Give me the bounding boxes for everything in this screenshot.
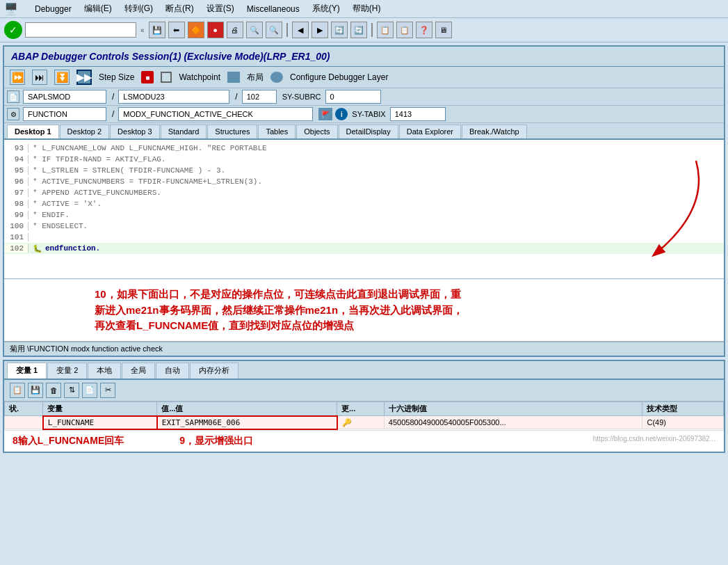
configure-label[interactable]: Configure Debugger Layer	[290, 72, 388, 82]
col-more: 更...	[337, 401, 385, 416]
tab-standard[interactable]: Standard	[161, 125, 207, 138]
info-field-funcname[interactable]: MODX_FUNCTION_ACTIVE_CHECK	[118, 107, 313, 121]
bottom-tab-memory[interactable]: 内存分析	[190, 363, 238, 379]
col-type: 技术类型	[642, 401, 724, 416]
stop-btn[interactable]: ●	[207, 22, 224, 38]
find2-btn[interactable]: 🔍	[266, 22, 282, 38]
code-line-98: 98 * ACTIVE = 'X'.	[4, 198, 724, 209]
step-btn-1[interactable]: ⏩	[10, 70, 25, 85]
tab-breakwatch[interactable]: Break./Watchp	[462, 125, 527, 138]
green-check-btn[interactable]: ✓	[4, 21, 22, 39]
cell-more[interactable]: 🔑	[337, 416, 385, 429]
watermark-text: https://blog.csdn.net/weixin-20697382...	[593, 435, 715, 447]
tab-tables[interactable]: Tables	[258, 125, 296, 138]
info-field-program[interactable]: SAPLSMOD	[23, 90, 106, 104]
back-btn[interactable]: ⬅	[168, 22, 185, 38]
col-hex: 十六进制值	[384, 401, 642, 416]
code-line-101: 101	[4, 232, 724, 243]
line-content-98: * ACTIVE = 'X'.	[33, 200, 102, 208]
info-field-module[interactable]: LSMODU23	[118, 90, 229, 104]
menubar: 🖥️ Debugger 编辑(E) 转到(G) 断点(R) 设置(S) Misc…	[0, 0, 728, 18]
table-row: L_FUNCNAME EXIT_SAPMM06E_006 🔑 450058004…	[5, 416, 724, 429]
info-value-subrc[interactable]: 0	[325, 90, 381, 104]
menu-help[interactable]: 帮助(H)	[353, 3, 381, 15]
tab-detail[interactable]: DetailDisplay	[339, 125, 398, 138]
tab-structures[interactable]: Structures	[207, 125, 257, 138]
bottom-tab-global[interactable]: 全局	[122, 363, 155, 379]
line-num-98: 98	[4, 200, 29, 208]
bottom-tab-local[interactable]: 本地	[88, 363, 121, 379]
info-label-tabix: SY-TABIX	[349, 110, 388, 118]
tabs-bar: Desktop 1 Desktop 2 Desktop 3 Standard S…	[4, 123, 724, 140]
annotation-area: 10，如果下面出口，不是对应的操作点位，可连续点击此直到退出调试界面，重 新进入…	[4, 279, 724, 342]
menu-edit[interactable]: 编辑(E)	[84, 3, 112, 15]
step-btn-active[interactable]: ▶▶	[76, 70, 92, 85]
line-num-95: 95	[4, 166, 29, 175]
print-btn[interactable]: 🖨	[227, 22, 243, 38]
info-row-1: 📄 SAPLSMOD / LSMODU23 / 102 SY-SUBRC 0	[4, 88, 724, 106]
menu-breakpoint[interactable]: 断点(R)	[165, 3, 194, 15]
code-line-100: 100 * ENDSELECT.	[4, 221, 724, 232]
info-field-function[interactable]: FUNCTION	[23, 107, 106, 121]
tab-objects[interactable]: Objects	[296, 125, 337, 138]
cell-name[interactable]: L_FUNCNAME	[43, 416, 157, 429]
execute-btn[interactable]: 🔶	[188, 22, 204, 38]
layout-btn[interactable]: 📋	[377, 22, 394, 38]
watchpoint-label[interactable]: Watchpoint	[179, 72, 220, 82]
info-separator-1: /	[109, 92, 117, 102]
bottom-tab-auto[interactable]: 自动	[156, 363, 189, 379]
bottom-tab-var1[interactable]: 变量 1	[7, 363, 47, 379]
var-delete-btn[interactable]: 🗑	[46, 383, 61, 398]
menu-goto[interactable]: 转到(G)	[124, 3, 153, 15]
menu-misc[interactable]: Miscellaneous	[247, 4, 300, 14]
layout-label[interactable]: 布局	[247, 72, 264, 83]
main-toolbar: ✓ « 💾 ⬅ 🔶 ● 🖨 🔍 🔍 ◀ ▶ 🔄 🔄 📋 📋 ❓ 🖥	[0, 18, 728, 42]
line-num-97: 97	[4, 189, 29, 197]
arrow-right-btn[interactable]: ▶	[312, 22, 328, 38]
bottom-toolbar: 📋 💾 🗑 ⇅ 📄 ✂	[4, 380, 724, 401]
info-value-tabix[interactable]: 1413	[390, 107, 446, 121]
info-separator-2: /	[232, 92, 240, 102]
arrow-left-btn[interactable]: ◀	[292, 22, 309, 38]
menu-icon: 🖥️	[4, 2, 18, 15]
var-sort-btn[interactable]: ⇅	[64, 383, 79, 398]
line-content-95: * L_STRLEN = STRLEN( TFDIR-FUNCNAME ) - …	[33, 166, 225, 175]
bottom-annotation: 8输入L_FUNCNAME回车 9，显示增强出口 https://blog.cs…	[4, 430, 724, 452]
bottom-tab-var2[interactable]: 变量 2	[47, 363, 87, 379]
var-table: 状. 变量 值...值 更... 十六进制值 技术类型 L_FUNCNAME E…	[4, 401, 724, 430]
info-icon-info: i	[335, 108, 348, 120]
main-panel: ABAP Debugger Controls Session(1) (Exclu…	[3, 45, 725, 357]
save-btn[interactable]: 💾	[149, 22, 165, 38]
line-num-96: 96	[4, 177, 29, 186]
code-line-93: 93 * L_FUNCNAME_LOW AND L_FUNCNAME_HIGH.…	[4, 143, 724, 154]
cell-value[interactable]: EXIT_SAPMM06E_006	[157, 416, 337, 429]
chevron-left-icon[interactable]: «	[139, 25, 146, 35]
tab-desktop3[interactable]: Desktop 3	[110, 125, 160, 138]
line-content-97: * APPEND ACTIVE_FUNCNUMBERS.	[33, 189, 161, 197]
help-btn[interactable]: ❓	[416, 22, 432, 38]
var-add-btn[interactable]: 📋	[10, 383, 25, 398]
step-btn-2[interactable]: ⏭	[32, 70, 47, 85]
monitor-btn[interactable]: 🖥	[435, 22, 452, 38]
menu-system[interactable]: 系统(Y)	[312, 3, 340, 15]
cell-status	[5, 416, 43, 429]
status-bar: 菊用 \FUNCTION modx function active check	[4, 342, 724, 356]
refresh2-btn[interactable]: 🔄	[350, 22, 367, 38]
var-copy-btn[interactable]: 📄	[82, 383, 97, 398]
tab-explorer[interactable]: Data Explorer	[399, 125, 461, 138]
col-value: 值...值	[157, 401, 337, 416]
tab-desktop2[interactable]: Desktop 2	[60, 125, 110, 138]
layout2-btn[interactable]: 📋	[396, 22, 413, 38]
var-save-btn[interactable]: 💾	[28, 383, 43, 398]
line-num-100: 100	[4, 222, 29, 230]
menu-settings[interactable]: 设置(S)	[207, 3, 234, 15]
info-field-line[interactable]: 102	[242, 90, 277, 104]
line-content-102: endfunction.	[45, 244, 100, 253]
menu-debugger[interactable]: Debugger	[35, 4, 72, 14]
refresh-btn[interactable]: 🔄	[331, 22, 348, 38]
var-cut-btn[interactable]: ✂	[100, 383, 115, 398]
step-btn-3[interactable]: ⏬	[54, 70, 70, 85]
command-input[interactable]	[25, 22, 136, 38]
tab-desktop1[interactable]: Desktop 1	[7, 125, 59, 138]
find-btn[interactable]: 🔍	[246, 22, 263, 38]
